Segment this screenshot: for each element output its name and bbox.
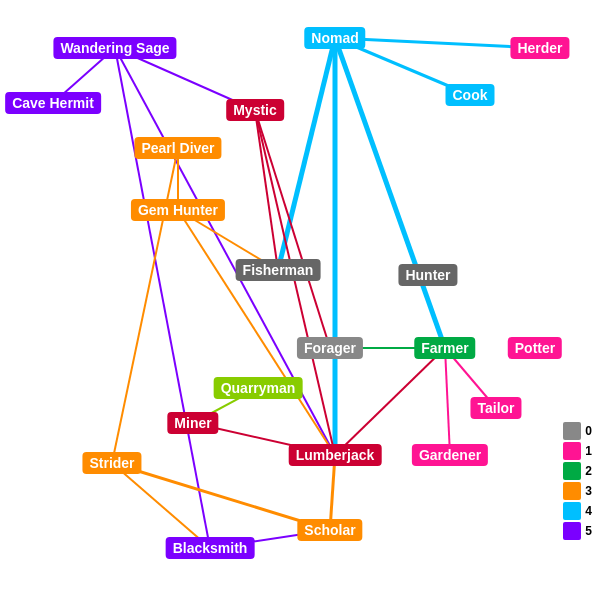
svg-line-6	[335, 38, 445, 348]
edges-svg	[0, 0, 600, 600]
node-herder: Herder	[510, 37, 569, 59]
legend-color-box	[563, 482, 581, 500]
legend-item: 5	[563, 522, 592, 540]
node-lumberjack: Lumberjack	[289, 444, 382, 466]
node-gem_hunter: Gem Hunter	[131, 199, 225, 221]
node-farmer: Farmer	[414, 337, 475, 359]
legend-item: 4	[563, 502, 592, 520]
svg-line-20	[445, 348, 450, 455]
legend-value: 0	[585, 424, 592, 438]
svg-line-14	[112, 463, 210, 548]
node-hunter: Hunter	[398, 264, 457, 286]
node-mystic: Mystic	[226, 99, 284, 121]
legend-value: 5	[585, 524, 592, 538]
legend-item: 1	[563, 442, 592, 460]
node-cave_hermit: Cave Hermit	[5, 92, 101, 114]
node-tailor: Tailor	[470, 397, 521, 419]
svg-line-16	[255, 110, 335, 455]
svg-line-4	[278, 38, 335, 270]
legend-value: 3	[585, 484, 592, 498]
node-nomad: Nomad	[304, 27, 365, 49]
node-strider: Strider	[82, 452, 141, 474]
legend-value: 2	[585, 464, 592, 478]
svg-line-15	[255, 110, 278, 270]
legend-value: 1	[585, 444, 592, 458]
node-forager: Forager	[297, 337, 363, 359]
svg-line-8	[335, 38, 540, 48]
node-scholar: Scholar	[297, 519, 362, 541]
legend-value: 4	[585, 504, 592, 518]
legend-color-box	[563, 462, 581, 480]
legend-item: 0	[563, 422, 592, 440]
legend-item: 2	[563, 462, 592, 480]
svg-line-17	[255, 110, 330, 348]
node-blacksmith: Blacksmith	[166, 537, 255, 559]
node-potter: Potter	[508, 337, 562, 359]
legend-color-box	[563, 422, 581, 440]
legend-color-box	[563, 502, 581, 520]
node-miner: Miner	[167, 412, 218, 434]
node-quarryman: Quarryman	[214, 377, 303, 399]
legend-color-box	[563, 442, 581, 460]
legend: 543210	[563, 422, 592, 540]
legend-color-box	[563, 522, 581, 540]
legend-item: 3	[563, 482, 592, 500]
node-pearl_diver: Pearl Diver	[134, 137, 221, 159]
node-gardener: Gardener	[412, 444, 488, 466]
node-cook: Cook	[446, 84, 495, 106]
graph-container: Wandering SageNomadHerderCave HermitMyst…	[0, 0, 600, 600]
node-wandering_sage: Wandering Sage	[53, 37, 176, 59]
svg-line-19	[335, 348, 445, 455]
node-fisherman: Fisherman	[236, 259, 321, 281]
